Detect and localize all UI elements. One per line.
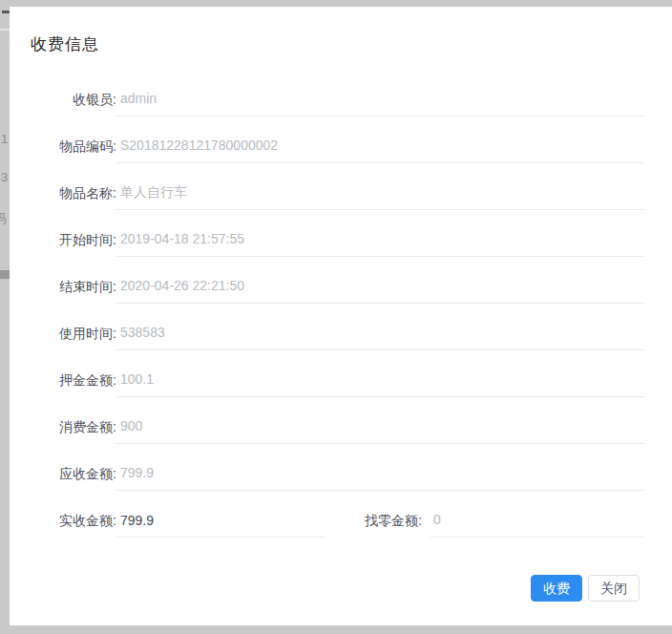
form-row: 押金金额: 100.1	[29, 363, 644, 410]
change-amount-value: 0	[430, 503, 644, 538]
form-row: 物品名称: 单人自行车	[29, 176, 644, 222]
form-row: 收银员: admin	[29, 82, 644, 129]
backdrop-fragment: 1	[1, 132, 8, 146]
field-label: 应收金额:	[29, 456, 116, 491]
field-label: 押金金额:	[29, 363, 116, 397]
field-value: 2020-04-26 22:21:50	[116, 269, 644, 304]
field-label: 找零金额:	[326, 503, 430, 538]
form-row: 物品编码: S20181228121780000002	[29, 129, 644, 176]
field-label: 开始时间:	[29, 222, 116, 257]
charge-info-form: 收银员: admin 物品编码: S20181228121780000002 物…	[29, 82, 644, 550]
field-label: 使用时间:	[29, 316, 116, 350]
form-row: 结束时间: 2020-04-26 22:21:50	[29, 269, 644, 316]
field-label: 结束时间:	[29, 269, 116, 304]
field-value: 100.1	[116, 363, 644, 397]
backdrop-fragment	[0, 29, 10, 31]
field-label: 收银员:	[29, 82, 116, 116]
field-value: S20181228121780000002	[116, 129, 644, 163]
field-value: 799.9	[116, 456, 644, 491]
backdrop-fragment	[0, 270, 10, 279]
form-row: 使用时间: 538583	[29, 316, 644, 363]
field-label: 实收金额:	[29, 503, 116, 538]
field-label: 消费金额:	[29, 410, 116, 444]
field-value: admin	[116, 82, 644, 116]
page-backdrop: 1 3 码	[0, 0, 10, 634]
field-value: 2019-04-18 21:57:55	[116, 222, 644, 257]
form-row: 消费金额: 900	[29, 410, 644, 456]
close-button[interactable]: 关闭	[588, 575, 640, 602]
backdrop-fragment	[2, 11, 10, 13]
field-value: 900	[116, 410, 644, 444]
charge-button[interactable]: 收费	[531, 575, 582, 602]
charge-info-dialog: 收费信息 收银员: admin 物品编码: S20181228121780000…	[10, 7, 672, 625]
field-value: 单人自行车	[116, 176, 644, 210]
field-label: 物品编码:	[29, 129, 116, 163]
dialog-title: 收费信息	[31, 33, 99, 55]
backdrop-fragment: 码	[0, 210, 7, 227]
paid-amount-input[interactable]	[116, 503, 326, 538]
field-value: 538583	[116, 316, 644, 350]
form-rows: 收银员: admin 物品编码: S20181228121780000002 物…	[29, 82, 644, 503]
field-label: 物品名称:	[29, 176, 116, 210]
form-row: 实收金额: 找零金额: 0	[29, 503, 644, 550]
backdrop-fragment: 3	[1, 170, 8, 184]
form-row: 应收金额: 799.9	[29, 456, 644, 503]
dialog-footer: 收费 关闭	[531, 575, 640, 602]
form-row: 开始时间: 2019-04-18 21:57:55	[29, 222, 644, 269]
